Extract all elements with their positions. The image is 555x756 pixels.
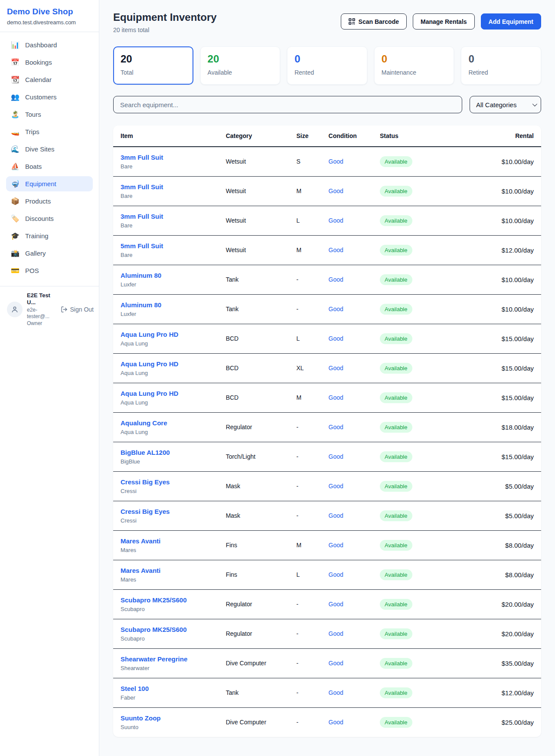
- item-condition-link[interactable]: Good: [329, 276, 343, 283]
- item-name-link[interactable]: Aqua Lung Pro HD: [121, 331, 219, 338]
- diving-mask-icon: 🤿: [11, 181, 20, 187]
- column-header-category: Category: [222, 125, 293, 147]
- item-rental-rate: $5.00/day: [466, 471, 541, 501]
- add-equipment-button[interactable]: Add Equipment: [481, 13, 541, 30]
- item-condition-link[interactable]: Good: [329, 335, 343, 342]
- sidebar-item-calendar[interactable]: 📆 Calendar: [6, 72, 93, 87]
- stat-card-retired[interactable]: 0 Retired: [461, 46, 541, 85]
- item-condition-link[interactable]: Good: [329, 542, 343, 549]
- item-condition-link[interactable]: Good: [329, 630, 343, 637]
- header-actions: Scan Barcode Manage Rentals Add Equipmen…: [341, 11, 541, 30]
- item-name-link[interactable]: Scubapro MK25/S600: [121, 626, 219, 633]
- item-size: -: [293, 678, 325, 707]
- manage-rentals-button[interactable]: Manage Rentals: [413, 13, 475, 30]
- sidebar-item-products[interactable]: 📦 Products: [6, 194, 93, 209]
- sidebar-item-label: Training: [25, 232, 49, 240]
- table-row: Shearwater Peregrine Shearwater Dive Com…: [113, 648, 541, 678]
- item-name-link[interactable]: Aqua Lung Pro HD: [121, 390, 219, 397]
- sidebar-item-equipment[interactable]: 🤿 Equipment: [6, 176, 93, 191]
- sidebar-item-dashboard[interactable]: 📊 Dashboard: [6, 37, 93, 53]
- item-condition-link[interactable]: Good: [329, 247, 343, 253]
- item-name-link[interactable]: Aqua Lung Pro HD: [121, 360, 219, 368]
- item-category: Torch/Light: [222, 442, 293, 471]
- item-condition-link[interactable]: Good: [329, 483, 343, 490]
- search-input[interactable]: [113, 96, 462, 113]
- sidebar-item-boats[interactable]: ⛵ Boats: [6, 159, 93, 174]
- table-row: Aqua Lung Pro HD Aqua Lung BCD XL Good A…: [113, 353, 541, 383]
- item-name-link[interactable]: 3mm Full Suit: [121, 183, 219, 191]
- scan-barcode-button[interactable]: Scan Barcode: [341, 13, 407, 30]
- item-condition-link[interactable]: Good: [329, 394, 343, 401]
- brand-title[interactable]: Demo Dive Shop: [7, 7, 92, 16]
- stat-card-available[interactable]: 20 Available: [200, 46, 281, 85]
- item-brand: Bare: [121, 252, 219, 258]
- status-badge: Available: [380, 540, 412, 551]
- sidebar-item-tours[interactable]: 🏝️ Tours: [6, 107, 93, 122]
- item-condition-link[interactable]: Good: [329, 365, 343, 371]
- item-condition-link[interactable]: Good: [329, 217, 343, 224]
- item-brand: Aqua Lung: [121, 399, 219, 406]
- stat-value: 0: [382, 53, 447, 65]
- sidebar-item-pos[interactable]: 💳 POS: [6, 263, 93, 278]
- stat-card-total[interactable]: 20 Total: [113, 46, 193, 85]
- item-category: Dive Computer: [222, 648, 293, 678]
- sidebar-item-gallery[interactable]: 📸 Gallery: [6, 246, 93, 261]
- item-name-link[interactable]: Cressi Big Eyes: [121, 508, 219, 515]
- item-condition-link[interactable]: Good: [329, 158, 343, 165]
- item-condition-link[interactable]: Good: [329, 689, 343, 696]
- sidebar-item-customers[interactable]: 👥 Customers: [6, 89, 93, 105]
- sidebar-item-training[interactable]: 🎓 Training: [6, 228, 93, 243]
- barcode-scan-icon: [349, 18, 355, 25]
- equipment-table: Item Category Size Condition Status Rent…: [113, 125, 541, 737]
- item-size: -: [293, 294, 325, 324]
- item-condition-link[interactable]: Good: [329, 660, 343, 667]
- item-size: L: [293, 560, 325, 589]
- item-condition-link[interactable]: Good: [329, 571, 343, 578]
- item-condition-link[interactable]: Good: [329, 453, 343, 460]
- column-header-condition: Condition: [325, 125, 376, 147]
- page-title-block: Equipment Inventory 20 items total: [113, 11, 217, 33]
- stat-card-rented[interactable]: 0 Rented: [287, 46, 367, 85]
- item-category: Wetsuit: [222, 176, 293, 206]
- item-size: M: [293, 530, 325, 560]
- stat-card-maintenance[interactable]: 0 Maintenance: [374, 46, 454, 85]
- sidebar-item-dive-sites[interactable]: 🌊 Dive Sites: [6, 141, 93, 157]
- item-name-link[interactable]: BigBlue AL1200: [121, 449, 219, 456]
- item-name-link[interactable]: Shearwater Peregrine: [121, 655, 219, 663]
- item-name-link[interactable]: Mares Avanti: [121, 567, 219, 574]
- item-size: -: [293, 589, 325, 619]
- item-name-link[interactable]: 5mm Full Suit: [121, 242, 219, 250]
- item-condition-link[interactable]: Good: [329, 719, 343, 726]
- item-rental-rate: $15.00/day: [466, 353, 541, 383]
- item-condition-link[interactable]: Good: [329, 424, 343, 431]
- item-name-link[interactable]: Aluminum 80: [121, 272, 219, 279]
- item-size: -: [293, 471, 325, 501]
- item-name-link[interactable]: Steel 100: [121, 685, 219, 692]
- sign-out-button[interactable]: Sign Out: [61, 306, 94, 313]
- item-name-link[interactable]: Scubapro MK25/S600: [121, 596, 219, 604]
- item-name-link[interactable]: Suunto Zoop: [121, 714, 219, 722]
- item-name-link[interactable]: Aluminum 80: [121, 301, 219, 309]
- category-select[interactable]: All Categories: [470, 96, 541, 113]
- sidebar-item-trips[interactable]: 🚤 Trips: [6, 124, 93, 139]
- item-name-link[interactable]: Mares Avanti: [121, 537, 219, 545]
- item-brand: Scubapro: [121, 606, 219, 612]
- credit-card-icon: 💳: [11, 267, 20, 274]
- item-condition-link[interactable]: Good: [329, 306, 343, 312]
- item-size: -: [293, 501, 325, 530]
- item-name-link[interactable]: Aqualung Core: [121, 419, 219, 427]
- table-row: Cressi Big Eyes Cressi Mask - Good Avail…: [113, 471, 541, 501]
- item-condition-link[interactable]: Good: [329, 187, 343, 194]
- item-name-link[interactable]: 3mm Full Suit: [121, 213, 219, 220]
- sidebar-item-label: Discounts: [25, 215, 54, 222]
- item-brand: Bare: [121, 222, 219, 229]
- item-name-link[interactable]: Cressi Big Eyes: [121, 478, 219, 486]
- item-name-link[interactable]: 3mm Full Suit: [121, 154, 219, 161]
- item-condition-link[interactable]: Good: [329, 512, 343, 519]
- bookings-calendar-icon: 📅: [11, 59, 20, 66]
- sidebar-item-discounts[interactable]: 🏷️ Discounts: [6, 211, 93, 226]
- page-header: Equipment Inventory 20 items total Scan …: [113, 11, 541, 33]
- item-condition-link[interactable]: Good: [329, 601, 343, 608]
- sidebar-item-label: Boats: [25, 163, 42, 170]
- sidebar-item-bookings[interactable]: 📅 Bookings: [6, 55, 93, 70]
